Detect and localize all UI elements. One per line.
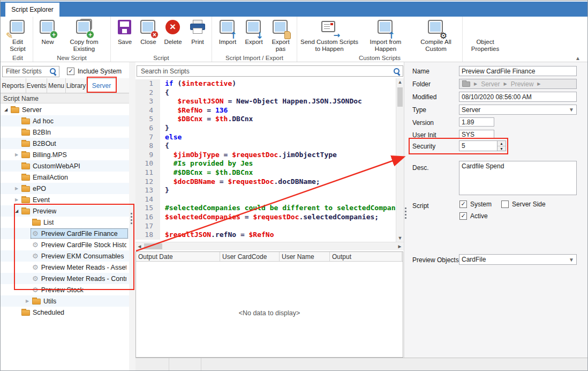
tab-server[interactable]: Server [87,78,116,93]
tree-item-list[interactable]: List [1,217,129,228]
save-button[interactable]: Save [114,18,136,46]
tree-item-preview-ekm-consumables[interactable]: ⚙Preview EKM Consumables [1,250,129,262]
delete-icon: × [163,19,183,38]
version-value: 1.89 [462,118,474,126]
desc-textarea[interactable]: Cardfile Spend [459,161,577,195]
tree-item-preview-cardfile-stock-history[interactable]: ⚙Preview CardFile Stock History [1,239,129,250]
tree-item-emailaction[interactable]: EmailAction [1,172,129,183]
ribbon-group-script-import-export: ↑Import↓ExportExport pasScript Import / … [212,17,297,62]
tab-events[interactable]: Events [26,78,47,93]
close-button[interactable]: ×Close [137,18,160,46]
scroll-right-icon[interactable]: ► [396,242,404,250]
active-checkbox[interactable]: ✓ [459,212,467,220]
send-custom-scripts-to-happen-button[interactable]: →Send Custom Scripts to Happen [300,18,359,53]
import-icon: ↑ [376,19,395,38]
scroll-left-icon[interactable]: ◄ [135,242,144,250]
search-icon [49,68,57,75]
new-button[interactable]: +New [36,18,59,46]
column-header-output[interactable]: Output [330,252,402,261]
tree-item-preview[interactable]: ◢Preview [1,205,129,217]
expand-icon[interactable]: ▶ [13,186,20,191]
edit-script-button[interactable]: ✎Edit Script [5,18,30,53]
tab-menu[interactable]: Menu [47,78,66,93]
breadcrumb-server[interactable]: Server [481,80,500,88]
tab-script-explorer[interactable]: Script Explorer [5,3,59,17]
gear-icon: ⚙ [32,264,39,271]
code-line: 3 $resultJSON = New-Object Happen.JSON.J… [135,97,396,106]
none-icon [476,19,495,38]
close-label: Close [140,39,156,46]
vertical-scroll-thumb[interactable] [397,87,403,107]
tree-item-epo[interactable]: ▶ePO [1,183,129,194]
tree-item-billing-mps[interactable]: ▶Billing.MPS [1,149,129,160]
filter-scripts-input[interactable]: Filter Scripts [2,66,59,77]
folder-icon [21,186,30,192]
spin-down-icon[interactable]: ▼ [497,146,506,151]
tab-reports[interactable]: Reports [1,78,26,93]
security-spinner[interactable]: 5 ▲ ▼ [459,140,506,151]
tree-item-preview-cardfile-finance[interactable]: ⚙Preview CardFile Finance [1,228,129,239]
version-field: 1.89 [459,117,494,127]
tree-item-event[interactable]: ▶Event [1,194,129,205]
search-in-scripts-input[interactable]: Search in Scripts [137,65,403,77]
code-line: 16$selectedCompanies = $requestDoc.selec… [135,213,396,222]
scroll-down-icon[interactable]: ▼ [396,234,404,242]
horizontal-scroll-thumb[interactable] [144,243,162,249]
tree-item-server[interactable]: ◢Server [1,104,129,115]
type-dropdown[interactable]: Server ▼ [459,105,577,115]
expand-icon[interactable]: ◢ [13,209,20,213]
server-side-checkbox[interactable] [501,201,509,208]
system-checkbox[interactable]: ✓ [459,201,467,208]
code-line: 15#selectedCompanies could be different … [135,204,396,213]
delete-label: Delete [164,39,182,46]
tree-item-label: List [43,219,54,226]
column-header-output-date[interactable]: Output Date [136,252,220,261]
tree-item-b2bin[interactable]: B2BIn [1,127,129,138]
import-from-happen-button[interactable]: ↑Import from Happen [360,18,411,53]
vertical-scrollbar[interactable]: ▲ ▼ [396,78,404,242]
breadcrumb-preview[interactable]: Preview [511,80,534,88]
object-properties-button[interactable]: Object Properties [465,18,505,53]
print-icon [188,19,207,38]
print-button[interactable]: Print [186,18,209,46]
tree-splitter[interactable] [129,62,135,370]
panel-splitter-grip[interactable] [405,206,406,220]
code-line: 11 #$DBCnx = $th.DBCnx [135,168,396,177]
tree-item-preview-stock[interactable]: ⚙Preview Stock [1,284,129,295]
tree-item-b2bout[interactable]: B2BOut [1,138,129,149]
spin-up-icon[interactable]: ▲ [497,141,506,146]
name-field[interactable]: Preview CardFile Finance [459,66,577,76]
horizontal-scrollbar[interactable]: ◄ ► [135,242,404,250]
expand-icon[interactable]: ▶ [24,299,31,303]
code-editor[interactable]: 1if ($interactive)2{3 $resultJSON = New-… [135,78,404,242]
scroll-up-icon[interactable]: ▲ [396,78,404,86]
tree-item-scheduled[interactable]: Scheduled [1,307,129,318]
code-line: 6} [135,124,396,133]
compile-all-custom-button[interactable]: ⚙Compile All Custom [412,18,459,53]
delete-button[interactable]: ×Delete [161,18,185,46]
export-pas-button[interactable]: Export pas [267,18,294,53]
tree-item-preview-meter-reads-contract[interactable]: ⚙Preview Meter Reads - Contract [1,273,129,284]
chevron-down-icon: ▼ [569,257,574,263]
tree-item-preview-meter-reads-asset[interactable]: ⚙Preview Meter Reads - Asset [1,262,129,273]
status-separator [201,358,201,370]
import-button[interactable]: ↑Import [215,18,240,46]
column-header-user-cardcode[interactable]: User CardCode [220,252,280,261]
script-name-column-header[interactable]: Script Name [1,93,129,103]
new-icon: + [38,19,57,38]
expand-icon[interactable]: ▶ [13,152,20,157]
expand-icon[interactable]: ◢ [3,107,9,112]
preview-objects-dropdown[interactable]: CardFile ▼ [459,254,577,265]
column-header-user-name[interactable]: User Name [280,252,330,261]
copy-from-existing-button[interactable]: +Copy from Existing [61,18,108,53]
include-system-checkbox[interactable]: ✓ [67,68,74,75]
tree-item-customwebapi[interactable]: CustomWebAPI [1,160,129,172]
export-pas-label: Export pas [267,39,294,53]
tree-item-ad-hoc[interactable]: Ad hoc [1,115,129,127]
ribbon-collapse-button[interactable]: ▲ [574,53,582,60]
folder-icon [21,152,30,158]
tree-item-utils[interactable]: ▶Utils [1,295,129,307]
tab-library[interactable]: Library [66,78,87,93]
export-button[interactable]: ↓Export [242,18,266,46]
expand-icon[interactable]: ▶ [13,197,20,202]
